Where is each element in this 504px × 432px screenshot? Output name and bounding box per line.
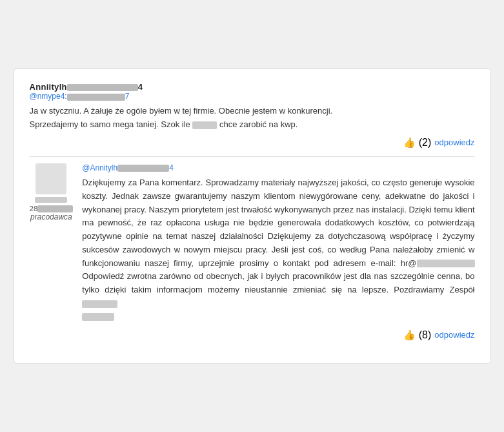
response-content: @Annitylh 4 Dziękujemy za Pana komentarz…	[82, 163, 474, 346]
comment-text-line2-suffix: chce zarobić na kwp.	[217, 119, 297, 129]
first-comment: Anniitylh 4 @nmype4: 7 Ja w styczniu. A …	[30, 82, 475, 149]
avatar-name-redacted	[35, 197, 67, 203]
comment-body: Ja w styczniu. A żałuje że ogóle byłem w…	[30, 105, 475, 132]
response-reaction-row: 👍 (8) odpowiedz	[82, 329, 474, 341]
response-text-main: Dziękujemy za Pana komentarz. Sprowadzam…	[82, 178, 474, 268]
date-redacted	[37, 205, 73, 212]
reaction-count: (2)	[419, 137, 432, 149]
thumbs-up-icon-2[interactable]: 👍	[403, 329, 416, 341]
reply-label-2: odpowiedz	[434, 330, 474, 340]
date-prefix: 28	[30, 205, 38, 212]
response-handle: @Annitylh 4	[82, 163, 474, 172]
response-date: 28	[30, 205, 74, 212]
thumbs-up-icon[interactable]: 👍	[403, 137, 416, 149]
comment1-reaction-row: 👍 (2) odpowiedz	[30, 137, 475, 149]
comment-text-line2-prefix: Sprzedajemy to samo mega taniej. Szok il…	[30, 119, 193, 129]
avatar-area: 28 pracodawca	[30, 163, 74, 346]
response-handle-text: @Annitylh	[82, 163, 117, 172]
response-handle-redacted	[117, 165, 169, 172]
response-email-redacted	[417, 260, 475, 267]
comment-text-line1: Ja w styczniu. A żałuje że ogóle byłem w…	[30, 106, 333, 116]
handle-text: @nmype4:	[30, 92, 67, 101]
response-text-2: Odpowiedź zwrotna zarówno od obecnych, j…	[82, 271, 474, 294]
response-reaction-count: (8)	[419, 329, 432, 341]
avatar	[35, 163, 66, 194]
employer-badge: pracodawca	[30, 212, 72, 221]
reply-label-1: odpowiedz	[434, 138, 474, 147]
response-handle-suffix: 4	[169, 163, 174, 172]
commenter-username: Anniitylh 4	[30, 82, 475, 92]
comment-text-redacted	[192, 121, 217, 129]
reply-button-1[interactable]: odpowiedz	[434, 138, 474, 147]
response-body: Dziękujemy za Pana komentarz. Sprowadzam…	[82, 176, 474, 324]
username-suffix: 4	[138, 82, 143, 92]
username-redacted	[67, 84, 138, 91]
section-divider	[30, 156, 475, 157]
handle-suffix: 7	[125, 92, 130, 101]
handle-redacted	[67, 94, 125, 101]
response-team-redacted	[82, 300, 117, 308]
response-team-redacted2	[82, 313, 114, 321]
commenter-handle: @nmype4: 7	[30, 92, 475, 101]
reply-button-2[interactable]: odpowiedz	[434, 330, 474, 340]
username-text: Anniitylh	[30, 82, 67, 92]
employer-response: 28 pracodawca @Annitylh 4 Dziękujemy za …	[30, 163, 475, 346]
comment-card: Anniitylh 4 @nmype4: 7 Ja w styczniu. A …	[14, 68, 491, 363]
